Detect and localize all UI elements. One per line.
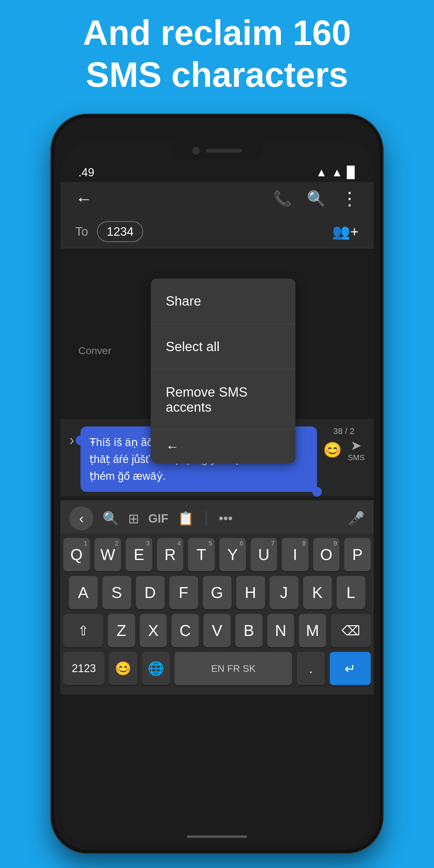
- send-button[interactable]: ➤ SMS: [348, 438, 365, 462]
- selection-handle-right: [312, 487, 322, 497]
- back-arrow-icon: ←: [166, 439, 179, 454]
- keyboard-toolbar-divider: [206, 511, 207, 526]
- key-b[interactable]: B: [236, 614, 262, 647]
- period-key[interactable]: .: [297, 652, 325, 685]
- key-p[interactable]: P: [344, 538, 371, 571]
- wifi-icon: ▲: [316, 166, 327, 179]
- key-s[interactable]: S: [102, 576, 131, 609]
- context-menu-back[interactable]: ←: [151, 430, 296, 463]
- status-time: .49: [79, 166, 94, 179]
- key-d[interactable]: D: [136, 576, 164, 609]
- context-menu: Share Select all Remove SMS accents ←: [151, 278, 296, 463]
- back-button[interactable]: ←: [75, 189, 92, 209]
- gif-button[interactable]: GIF: [148, 512, 168, 525]
- sms-count: 38 / 2: [333, 427, 354, 436]
- key-m[interactable]: M: [299, 614, 326, 647]
- backspace-key[interactable]: ⌫: [331, 614, 371, 647]
- key-r[interactable]: 4R: [157, 538, 184, 571]
- header-section: And reclaim 160 SMS characters: [0, 12, 434, 96]
- call-button[interactable]: 📞: [273, 190, 292, 207]
- selection-handle-left: [76, 435, 85, 445]
- keyboard-toolbar: ‹ 🔍 ⊞ GIF 📋 ••• 🎤: [60, 500, 374, 537]
- volume-down-button[interactable]: [380, 256, 383, 280]
- key-i[interactable]: 8I: [282, 538, 308, 571]
- key-h[interactable]: H: [236, 576, 265, 609]
- phone-frame: .49 ▲ ▲ ▉ ← 📞 🔍 ⋮ To 1234 👥+: [51, 115, 383, 853]
- key-z[interactable]: Z: [108, 614, 135, 647]
- volume-up-button[interactable]: [380, 223, 383, 247]
- key-w[interactable]: 2W: [95, 538, 121, 571]
- shift-key[interactable]: ⇧: [63, 614, 103, 647]
- recipient-chip[interactable]: 1234: [97, 221, 143, 242]
- to-field: To 1234 👥+: [60, 215, 374, 248]
- enter-key[interactable]: ↵: [330, 652, 371, 685]
- key-l[interactable]: L: [337, 576, 365, 609]
- toolbar-left: ←: [75, 189, 92, 209]
- add-people-button[interactable]: 👥+: [332, 223, 359, 240]
- key-v[interactable]: V: [204, 614, 230, 647]
- status-icons: ▲ ▲ ▉: [316, 166, 355, 179]
- emoji-keyboard-key[interactable]: 😊: [109, 652, 137, 685]
- key-e[interactable]: 3E: [126, 538, 152, 571]
- keyboard-row-1: 1Q 2W 3E 4R 5T 6Y 7U 8I 9O P: [63, 538, 371, 571]
- keyboard-search-icon[interactable]: 🔍: [102, 510, 119, 526]
- keyboard-sticker-icon[interactable]: ⊞: [128, 511, 139, 526]
- header-line2: SMS characters: [24, 54, 410, 96]
- key-t[interactable]: 5T: [188, 538, 215, 571]
- message-area: Share Select all Remove SMS accents ← Co…: [60, 248, 374, 399]
- key-o[interactable]: 9O: [313, 538, 340, 571]
- key-y[interactable]: 6Y: [219, 538, 246, 571]
- more-button[interactable]: ⋮: [341, 188, 359, 209]
- key-j[interactable]: J: [270, 576, 299, 609]
- key-a[interactable]: A: [69, 576, 98, 609]
- key-n[interactable]: N: [267, 614, 294, 647]
- battery-icon: ▉: [347, 166, 355, 179]
- clipboard-icon[interactable]: 📋: [178, 510, 194, 526]
- more-keyboard-icon[interactable]: •••: [219, 511, 233, 526]
- context-menu-share[interactable]: Share: [151, 278, 296, 324]
- globe-key[interactable]: 🌐: [142, 652, 170, 685]
- keyboard-keys: 1Q 2W 3E 4R 5T 6Y 7U 8I 9O P A S D F G H…: [60, 533, 374, 694]
- key-k[interactable]: K: [303, 576, 332, 609]
- keyboard-row-2: A S D F G H J K L: [63, 576, 371, 609]
- phone-screen: .49 ▲ ▲ ▉ ← 📞 🔍 ⋮ To 1234 👥+: [60, 142, 374, 844]
- numbers-key[interactable]: 2123: [63, 652, 104, 685]
- key-x[interactable]: X: [140, 614, 167, 647]
- speaker-grille: [206, 149, 242, 153]
- search-button[interactable]: 🔍: [307, 190, 326, 207]
- microphone-icon[interactable]: 🎤: [348, 510, 365, 526]
- key-f[interactable]: F: [169, 576, 198, 609]
- phone-notch: [172, 142, 262, 160]
- conversation-label: Conver: [79, 345, 112, 356]
- front-camera: [192, 147, 200, 155]
- key-g[interactable]: G: [203, 576, 231, 609]
- key-u[interactable]: 7U: [251, 538, 277, 571]
- context-menu-select-all[interactable]: Select all: [151, 324, 296, 370]
- to-label: To: [75, 225, 88, 239]
- space-key[interactable]: EN FR SK: [175, 652, 292, 685]
- send-section: 38 / 2 😊 ➤ SMS: [323, 427, 365, 462]
- header-line1: And reclaim 160: [24, 12, 410, 54]
- keyboard-row-3: ⇧ Z X C V B N M ⌫: [63, 614, 371, 647]
- keyboard-row-4: 2123 😊 🌐 EN FR SK . ↵: [63, 652, 371, 685]
- key-c[interactable]: C: [172, 614, 198, 647]
- keyboard-back-button[interactable]: ‹: [69, 506, 93, 530]
- app-toolbar: ← 📞 🔍 ⋮: [60, 182, 374, 215]
- signal-icon: ▲: [331, 166, 343, 179]
- key-q[interactable]: 1Q: [63, 538, 90, 571]
- expand-icon[interactable]: ›: [69, 431, 74, 448]
- context-menu-remove-accents[interactable]: Remove SMS accents: [151, 370, 296, 430]
- home-indicator: [187, 835, 247, 838]
- toolbar-right: 📞 🔍 ⋮: [273, 188, 359, 209]
- emoji-button[interactable]: 😊: [323, 441, 342, 459]
